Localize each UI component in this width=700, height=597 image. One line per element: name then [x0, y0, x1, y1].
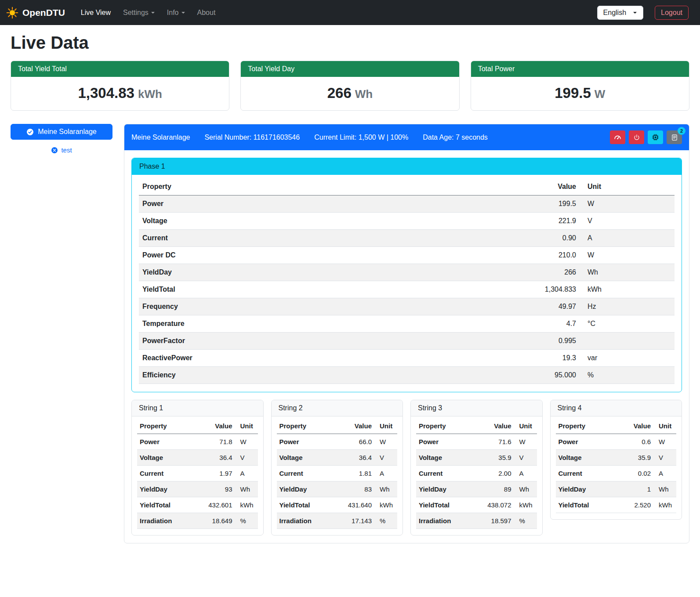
power-button[interactable] [629, 130, 644, 144]
property-cell: YieldTotal [137, 497, 196, 513]
value-cell: 83 [336, 481, 374, 497]
sidebar-item-meine-solaranlage[interactable]: Meine Solaranlage [11, 124, 112, 140]
table-header-row: Property Value Unit [556, 418, 677, 434]
x-circle-icon [51, 147, 58, 154]
table-row: YieldTotal 1,304.833 kWh [139, 281, 675, 298]
column-header-property: Property [556, 418, 615, 434]
property-cell: Current [277, 466, 336, 481]
event-log-button[interactable]: 2 [667, 130, 682, 144]
string-card-4: String 4 Property Value Unit [550, 400, 682, 520]
inverter-name: Meine Solaranlage [131, 134, 190, 141]
string-body: Property Value Unit Power 71.6 W [411, 416, 542, 535]
page-title: Live Data [11, 33, 689, 53]
column-header-property: Property [277, 418, 336, 434]
power-icon [633, 134, 640, 141]
value-cell: 17.143 [336, 513, 374, 529]
string-body: Property Value Unit Power 0.6 W [551, 416, 682, 519]
value-cell: 0.90 [403, 230, 580, 247]
column-header-unit: Unit [580, 178, 675, 195]
property-cell: Power [277, 434, 336, 450]
inverter-sidebar: Meine Solaranlage test [11, 124, 112, 154]
limit-settings-button[interactable] [610, 130, 625, 144]
table-row: Voltage 36.4 V [277, 450, 398, 466]
phase-body: Property Value Unit Power 199.5 W [132, 175, 682, 392]
table-header-row: Property Value Unit [416, 418, 537, 434]
device-info-button[interactable] [648, 130, 663, 144]
inverter-panel-body: Phase 1 Property Value Unit [124, 150, 689, 543]
table-row: Power 66.0 W [277, 434, 398, 450]
unit-cell: Wh [653, 481, 676, 497]
summary-card-body: 266Wh [241, 77, 459, 110]
value-cell: 18.649 [196, 513, 235, 529]
value-cell: 36.4 [336, 450, 374, 466]
value-cell: 1.97 [196, 466, 235, 481]
unit-cell: kWh [653, 497, 676, 513]
strings-grid: String 1 Property Value Unit [131, 400, 682, 535]
unit-cell: V [580, 213, 675, 230]
language-select[interactable]: English [597, 6, 643, 20]
unit-cell: W [514, 434, 537, 450]
value-cell: 4.7 [403, 315, 580, 333]
table-row: YieldTotal 438.072 kWh [416, 497, 537, 513]
value-cell: 432.601 [196, 497, 235, 513]
table-row: Power 199.5 W [139, 195, 675, 213]
data-age: Data Age: 7 seconds [423, 134, 488, 141]
brand-link[interactable]: OpenDTU [6, 7, 65, 19]
nav-item-info[interactable]: Info [162, 5, 190, 20]
string-table: Property Value Unit Power 0.6 W [556, 418, 677, 513]
summary-card-unit: kWh [138, 87, 162, 101]
property-cell: Voltage [139, 213, 403, 230]
column-header-unit: Unit [374, 418, 397, 434]
table-row: Power 71.8 W [137, 434, 258, 450]
string-title: String 4 [551, 400, 682, 416]
column-header-value: Value [196, 418, 235, 434]
string-table-body: Power 0.6 W Voltage 35.9 V Current [556, 434, 677, 513]
value-cell: 210.0 [403, 247, 580, 264]
unit-cell: V [235, 450, 258, 466]
nav-item-about[interactable]: About [192, 5, 221, 20]
unit-cell: W [235, 434, 258, 450]
summary-card-unit: Wh [355, 87, 373, 101]
unit-cell: A [235, 466, 258, 481]
property-cell: YieldDay [139, 264, 403, 281]
value-cell: 19.3 [403, 350, 580, 367]
value-cell: 0.02 [615, 466, 653, 481]
value-cell: 0.6 [615, 434, 653, 450]
unit-cell: W [374, 434, 397, 450]
property-cell: YieldTotal [139, 281, 403, 298]
page-content: Live Data Total Yield Total 1,304.83kWh … [0, 33, 700, 557]
navbar: OpenDTU Live View Settings Info About En… [0, 0, 700, 25]
value-cell: 2.520 [615, 497, 653, 513]
value-cell: 35.9 [615, 450, 653, 466]
summary-cards-row: Total Yield Total 1,304.83kWh Total Yiel… [11, 61, 689, 111]
brand-label: OpenDTU [22, 7, 65, 18]
property-cell: Power [139, 195, 403, 213]
logout-button[interactable]: Logout [655, 6, 689, 20]
inverter-panel: Meine Solaranlage Serial Number: 1161716… [124, 124, 689, 543]
string-table-body: Power 66.0 W Voltage 36.4 V Current [277, 434, 398, 529]
table-row: Temperature 4.7 °C [139, 315, 675, 333]
column-header-value: Value [615, 418, 653, 434]
value-cell: 89 [475, 481, 514, 497]
string-title: String 3 [411, 400, 542, 416]
current-limit: Current Limit: 1,500 W | 100% [314, 134, 408, 141]
sidebar-item-label: test [61, 146, 72, 154]
property-cell: Power [416, 434, 475, 450]
journal-icon [671, 134, 678, 141]
table-row: Current 0.90 A [139, 230, 675, 247]
unit-cell: % [514, 513, 537, 529]
property-cell: YieldDay [556, 481, 615, 497]
unit-cell: kWh [374, 497, 397, 513]
unit-cell: kWh [235, 497, 258, 513]
table-row: Current 0.02 A [556, 466, 677, 481]
nav-item-live-view[interactable]: Live View [76, 5, 116, 20]
string-title: String 2 [272, 400, 403, 416]
value-cell: 35.9 [475, 450, 514, 466]
string-title: String 1 [132, 400, 263, 416]
sidebar-item-test[interactable]: test [11, 146, 112, 154]
nav-item-settings[interactable]: Settings [118, 5, 160, 20]
unit-cell: kWh [514, 497, 537, 513]
value-cell: 95.000 [403, 367, 580, 384]
table-row: ReactivePower 19.3 var [139, 350, 675, 367]
property-cell: Current [139, 230, 403, 247]
